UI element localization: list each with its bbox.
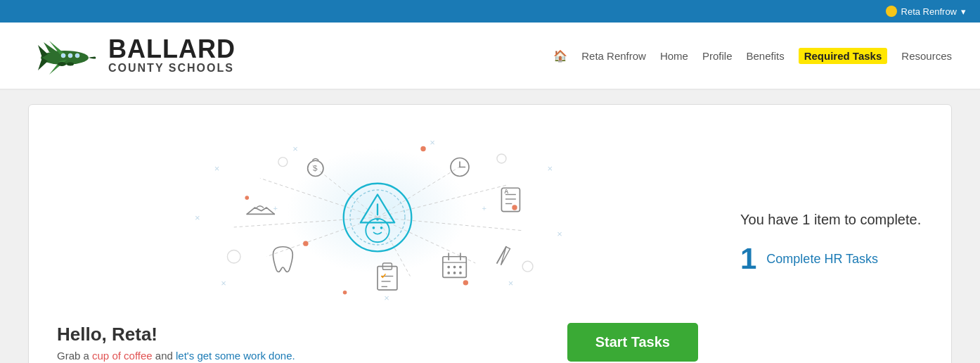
svg-point-33: [522, 261, 533, 272]
svg-point-28: [512, 205, 517, 210]
svg-point-5: [67, 63, 74, 66]
svg-text:×: ×: [384, 293, 389, 303]
greeting-name: Hello, Reta!: [57, 324, 295, 345]
school-logo-icon: [28, 31, 98, 80]
svg-point-35: [497, 154, 506, 163]
main-content: × × × × × × × × × + +: [0, 90, 980, 363]
svg-line-54: [497, 247, 506, 263]
task-number: 1: [740, 242, 756, 276]
top-bar: Reta Renfrow ▾: [0, 0, 980, 23]
nav-item-reta[interactable]: Reta Renfrow: [581, 50, 646, 62]
svg-point-4: [58, 62, 66, 66]
svg-point-26: [303, 241, 308, 246]
svg-text:×: ×: [214, 163, 220, 174]
nav-item-home[interactable]: Home: [660, 50, 688, 62]
svg-point-31: [343, 291, 347, 295]
svg-point-43: [380, 227, 383, 229]
svg-point-30: [245, 196, 250, 200]
greeting-subtitle: Grab a cup of coffee and let's get some …: [57, 350, 295, 362]
task-info-panel: You have 1 item to complete. 1 Complete …: [726, 126, 923, 362]
svg-text:×: ×: [430, 137, 435, 148]
svg-point-34: [278, 158, 288, 167]
main-nav: 🏠 Reta Renfrow Home Profile Benefits Req…: [553, 48, 952, 64]
nav-item-resources[interactable]: Resources: [901, 50, 952, 62]
svg-text:×: ×: [195, 212, 200, 223]
user-avatar-icon: [886, 6, 897, 17]
nav-item-required-tasks[interactable]: Required Tasks: [799, 48, 888, 64]
svg-point-1: [75, 53, 79, 58]
svg-text:+: +: [273, 204, 278, 212]
svg-point-64: [459, 272, 462, 274]
svg-text:×: ×: [508, 278, 514, 288]
dashboard-card: × × × × × × × × × + +: [28, 104, 952, 363]
svg-point-61: [459, 266, 462, 269]
task-row: 1 Complete HR Tasks: [740, 242, 878, 276]
svg-point-2: [68, 53, 72, 58]
svg-point-32: [227, 250, 240, 263]
school-name: BALLARD COUNTY SCHOOLS: [108, 37, 236, 75]
header: BALLARD COUNTY SCHOOLS 🏠 Reta Renfrow Ho…: [0, 23, 980, 90]
svg-point-62: [447, 272, 450, 274]
svg-point-42: [373, 227, 375, 229]
svg-point-29: [463, 280, 468, 285]
svg-point-59: [447, 266, 450, 269]
top-bar-username: Reta Renfrow: [901, 6, 957, 17]
dropdown-arrow-icon: ▾: [961, 6, 966, 17]
nav-home-icon[interactable]: 🏠: [553, 49, 567, 63]
greeting-text: Hello, Reta! Grab a cup of coffee and le…: [57, 324, 295, 362]
complete-hr-tasks-link[interactable]: Complete HR Tasks: [766, 252, 878, 267]
svg-point-60: [453, 266, 456, 269]
illustration-area: × × × × × × × × × + +: [57, 126, 698, 362]
logo-area: BALLARD COUNTY SCHOOLS: [28, 31, 236, 80]
task-illustration: × × × × × × × × × + +: [57, 126, 698, 309]
svg-text:+: +: [482, 204, 487, 212]
svg-text:$: $: [313, 164, 318, 172]
greeting-coffee: cup of coffee: [92, 350, 153, 362]
svg-text:×: ×: [547, 163, 553, 174]
greeting-work: let's get some work done.: [176, 350, 295, 362]
svg-point-3: [61, 53, 65, 58]
svg-point-36: [344, 184, 412, 252]
item-count-text: You have 1 item to complete.: [740, 212, 921, 228]
svg-point-63: [453, 272, 456, 274]
svg-text:×: ×: [292, 144, 298, 154]
start-tasks-button[interactable]: Start Tasks: [567, 323, 698, 362]
top-bar-user[interactable]: Reta Renfrow ▾: [886, 6, 966, 17]
svg-text:×: ×: [557, 229, 562, 239]
bottom-section: Hello, Reta! Grab a cup of coffee and le…: [57, 323, 698, 362]
nav-item-benefits[interactable]: Benefits: [746, 50, 784, 62]
nav-item-profile[interactable]: Profile: [702, 50, 733, 62]
svg-point-27: [420, 146, 425, 151]
school-name-main: BALLARD: [108, 37, 236, 62]
svg-text:×: ×: [221, 278, 226, 288]
school-name-sub: COUNTY SCHOOLS: [108, 62, 236, 75]
svg-text:A: A: [504, 188, 508, 195]
